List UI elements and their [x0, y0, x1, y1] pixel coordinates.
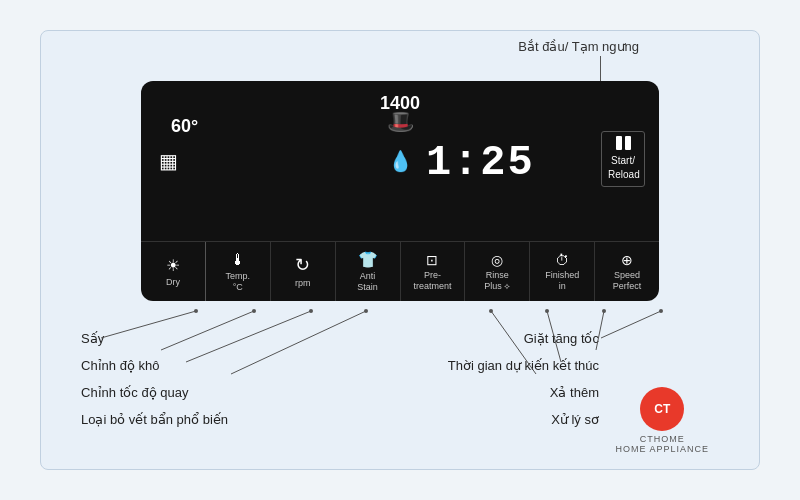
thoi-gian-label: Thời gian dự kiến kết thúc — [448, 358, 599, 373]
reload-label: Reload — [608, 168, 638, 182]
dry-icon: ☀ — [166, 256, 180, 275]
cthome-logo: CT CTHOME HOME APPLIANCE — [615, 387, 709, 454]
grid-icon: ▦ — [159, 149, 178, 173]
ann-say: Sấy — [81, 331, 228, 346]
ann-loai-bo-vet-ban: Loại bỏ vết bẩn phổ biến — [81, 412, 228, 427]
cthome-circle-text: CT — [654, 402, 670, 416]
ann-chinh-do-kho: Chỉnh độ khô — [81, 358, 228, 373]
indicator-bars — [608, 136, 638, 150]
svg-point-9 — [659, 309, 663, 313]
ann-xa-them: Xả thêm — [448, 385, 599, 400]
speed-perfect-icon: ⊕ — [621, 252, 633, 268]
timer-display: 1:25 — [426, 139, 535, 187]
rpm-icon: ↻ — [295, 254, 310, 276]
btn-rinse-plus[interactable]: ◎ RinsePlus ⟡ — [465, 242, 530, 301]
ann-xu-ly-so: Xử lý sơ — [448, 412, 599, 427]
indicator-bar-2 — [625, 136, 631, 150]
rpm-label: rpm — [295, 278, 311, 289]
cthome-sub: HOME APPLIANCE — [615, 444, 709, 454]
cthome-circle: CT — [640, 387, 684, 431]
display-top: 1400 60° 🎩 ▦ 💧 1:25 Start/ Reload — [141, 81, 659, 241]
btn-rpm[interactable]: ↻ rpm — [271, 242, 336, 301]
start-label: Start/ — [608, 154, 638, 168]
btn-speed-perfect[interactable]: ⊕ SpeedPerfect — [595, 242, 659, 301]
annotations-right: Giặt tăng tốc Thời gian dự kiến kết thúc… — [448, 331, 599, 439]
speed-perfect-label: SpeedPerfect — [613, 270, 642, 292]
svg-point-3 — [252, 309, 256, 313]
chinh-toc-do-quay-label: Chỉnh tốc độ quay — [81, 385, 188, 400]
svg-line-6 — [231, 311, 366, 374]
ann-giat-tang-toc: Giặt tăng tốc — [448, 331, 599, 346]
svg-point-11 — [602, 309, 606, 313]
temp-display: 60° — [171, 116, 198, 137]
pre-treatment-label: Pre-treatment — [413, 270, 451, 292]
svg-point-7 — [364, 309, 368, 313]
rinse-plus-label: RinsePlus ⟡ — [484, 270, 510, 292]
say-label: Sấy — [81, 331, 104, 346]
svg-point-1 — [194, 309, 198, 313]
anti-stain-icon: 👕 — [358, 250, 378, 269]
ann-thoi-gian: Thời gian dự kiến kết thúc — [448, 358, 599, 373]
pre-treatment-icon: ⊡ — [426, 252, 438, 268]
buttons-row: ☀ Dry 🌡 Temp.°C ↻ rpm 👕 AntiStain ⊡ Pre-… — [141, 241, 659, 301]
xu-ly-so-label: Xử lý sơ — [551, 412, 599, 427]
giat-tang-toc-label: Giặt tăng tốc — [524, 331, 599, 346]
anti-stain-label: AntiStain — [357, 271, 378, 293]
indicator-bar-1 — [616, 136, 622, 150]
outer-panel: Bắt đầu/ Tạm ngưng 1400 60° 🎩 ▦ 💧 1:25 S… — [40, 30, 760, 470]
svg-point-5 — [309, 309, 313, 313]
display-panel: 1400 60° 🎩 ▦ 💧 1:25 Start/ Reload ☀ Dry — [141, 81, 659, 301]
btn-finished-in[interactable]: ⏱ Finishedin — [530, 242, 595, 301]
chinh-do-kho-label: Chỉnh độ khô — [81, 358, 160, 373]
loai-bo-vet-ban-label: Loại bỏ vết bẩn phổ biến — [81, 412, 228, 427]
top-label: Bắt đầu/ Tạm ngưng — [518, 39, 639, 54]
btn-temp[interactable]: 🌡 Temp.°C — [206, 242, 271, 301]
start-reload-button[interactable]: Start/ Reload — [601, 131, 645, 187]
rinse-plus-icon: ◎ — [491, 252, 503, 268]
svg-point-15 — [489, 309, 493, 313]
temp-label: Temp.°C — [226, 271, 251, 293]
hat-icon: 🎩 — [387, 109, 414, 135]
btn-dry[interactable]: ☀ Dry — [141, 242, 206, 301]
temp-icon: 🌡 — [230, 251, 246, 269]
xa-them-label: Xả thêm — [550, 385, 599, 400]
btn-anti-stain[interactable]: 👕 AntiStain — [336, 242, 401, 301]
cthome-brand: CTHOME — [615, 434, 709, 444]
btn-pre-treatment[interactable]: ⊡ Pre-treatment — [401, 242, 466, 301]
finished-label: Finishedin — [545, 270, 579, 292]
svg-point-13 — [545, 309, 549, 313]
dry-label: Dry — [166, 277, 180, 288]
finished-icon: ⏱ — [555, 252, 569, 268]
annotations-left: Sấy Chỉnh độ khô Chỉnh tốc độ quay Loại … — [81, 331, 228, 439]
svg-line-8 — [601, 311, 661, 338]
drop-icon: 💧 — [388, 149, 413, 173]
ann-chinh-toc-do-quay: Chỉnh tốc độ quay — [81, 385, 228, 400]
